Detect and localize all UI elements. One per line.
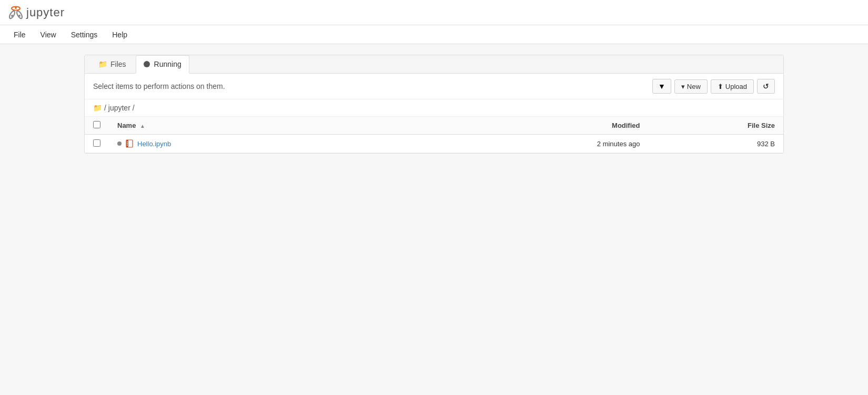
row-checkbox-cell <box>85 135 109 153</box>
svg-point-2 <box>16 10 23 19</box>
header-modified[interactable]: Modified <box>513 117 649 135</box>
file-table: Name ▲ Modified File Size <box>85 117 783 153</box>
svg-point-1 <box>8 10 16 19</box>
breadcrumb-path: / jupyter / <box>104 104 135 112</box>
menu-file[interactable]: File <box>8 28 31 41</box>
breadcrumb-folder-icon: 📁 <box>93 104 102 112</box>
refresh-icon: ↺ <box>763 82 769 90</box>
logo-text: jupyter <box>26 6 65 19</box>
refresh-button[interactable]: ↺ <box>757 79 775 94</box>
content-panel: 📁 Files Running Select items to perform … <box>84 55 784 154</box>
filter-button[interactable]: ▼ <box>652 79 671 94</box>
running-status-dot <box>117 141 122 146</box>
row-name-cell: Hello.ipynb <box>109 135 513 153</box>
header-name[interactable]: Name ▲ <box>109 117 513 135</box>
menubar: File View Settings Help <box>0 25 868 44</box>
svg-rect-10 <box>127 145 128 146</box>
running-icon <box>144 61 150 67</box>
logo-area: jupyter <box>8 5 65 20</box>
new-button-label: New <box>687 83 701 90</box>
svg-point-4 <box>11 15 13 17</box>
notebook-icon <box>125 139 134 148</box>
row-modified-cell: 2 minutes ago <box>513 135 649 153</box>
menu-view[interactable]: View <box>35 28 62 41</box>
svg-rect-8 <box>127 141 128 143</box>
file-table-body: Hello.ipynb 2 minutes ago932 B <box>85 135 783 153</box>
tabs-bar: 📁 Files Running <box>85 55 783 74</box>
tab-running[interactable]: Running <box>136 55 189 74</box>
select-hint: Select items to perform actions on them. <box>93 82 225 90</box>
svg-point-5 <box>18 15 21 17</box>
folder-icon: 📁 <box>98 60 107 68</box>
upload-button[interactable]: ⬆ Upload <box>711 79 754 94</box>
row-size-cell: 932 B <box>648 135 783 153</box>
tab-running-label: Running <box>154 60 181 68</box>
jupyter-logo-icon <box>8 5 23 20</box>
upload-button-label: Upload <box>725 83 747 90</box>
menu-settings[interactable]: Settings <box>66 28 103 41</box>
header-size[interactable]: File Size <box>648 117 783 135</box>
sort-arrow-icon: ▲ <box>140 123 145 129</box>
table-row: Hello.ipynb 2 minutes ago932 B <box>85 135 783 153</box>
new-dropdown-arrow: ▾ <box>681 83 685 90</box>
tab-files-label: Files <box>110 60 126 68</box>
tab-files[interactable]: 📁 Files <box>91 55 134 74</box>
row-checkbox-0[interactable] <box>93 139 100 147</box>
toolbar-actions: ▼ ▾ New ⬆ Upload ↺ <box>652 79 775 94</box>
file-link[interactable]: Hello.ipynb <box>137 140 171 148</box>
svg-rect-9 <box>127 143 128 144</box>
menu-help[interactable]: Help <box>107 28 133 41</box>
header-checkbox-cell <box>85 117 109 135</box>
select-all-checkbox[interactable] <box>93 121 100 128</box>
toolbar-row: Select items to perform actions on them.… <box>85 74 783 99</box>
new-button[interactable]: ▾ New <box>674 79 708 94</box>
table-header-row: Name ▲ Modified File Size <box>85 117 783 135</box>
topbar: jupyter <box>0 0 868 25</box>
main-wrapper: 📁 Files Running Select items to perform … <box>0 44 868 395</box>
filter-icon: ▼ <box>658 82 665 90</box>
svg-point-3 <box>15 7 17 9</box>
breadcrumb: 📁 / jupyter / <box>85 99 783 117</box>
upload-icon: ⬆ <box>718 83 723 90</box>
